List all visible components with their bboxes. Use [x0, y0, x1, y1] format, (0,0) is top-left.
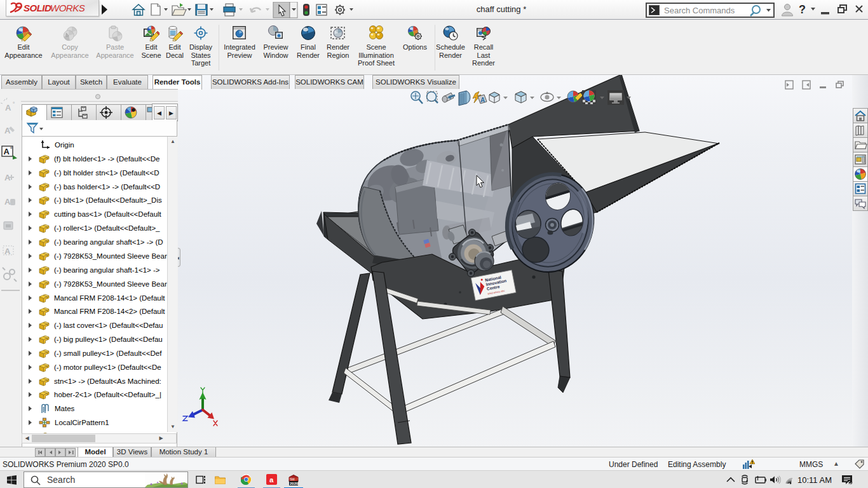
svg-text:A: A	[480, 97, 485, 104]
svg-text:A: A	[4, 197, 11, 207]
svg-text:a: a	[269, 476, 274, 484]
svg-text:A: A	[5, 103, 11, 112]
svg-text:WORKS: WORKS	[50, 3, 85, 13]
svg-text:A: A	[4, 126, 11, 135]
svg-text:2020: 2020	[290, 482, 299, 485]
svg-text:A: A	[4, 247, 11, 256]
svg-text:°: °	[10, 146, 12, 152]
svg-text:SW: SW	[290, 478, 295, 481]
svg-text:?: ?	[799, 3, 806, 16]
svg-text:°: °	[13, 101, 15, 107]
svg-text:A: A	[4, 147, 10, 156]
svg-text:SOLID: SOLID	[24, 3, 51, 13]
